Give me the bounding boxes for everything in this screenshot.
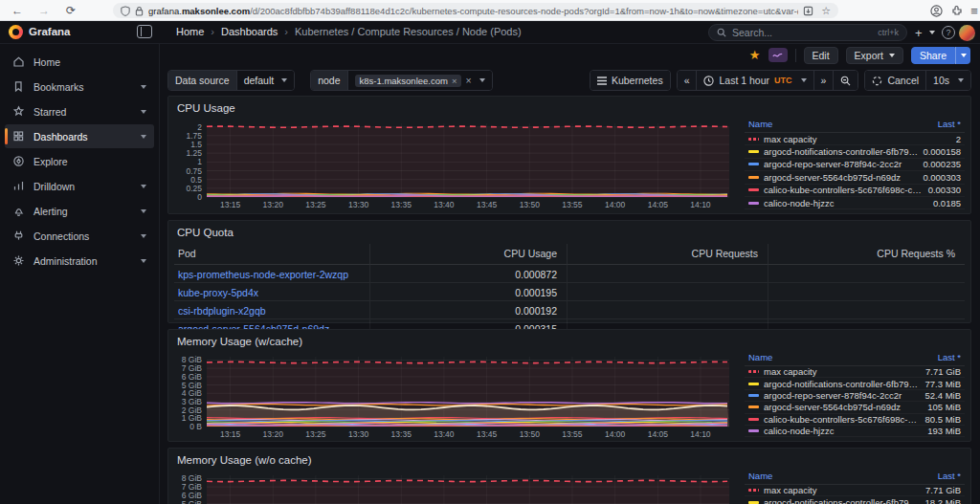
svg-text:13:35: 13:35 [391, 429, 412, 439]
series-last-value: 0.000158 [923, 146, 961, 157]
loading-spinner-icon [872, 76, 882, 86]
account-icon[interactable] [926, 0, 946, 21]
datasource-label: Data source [168, 71, 236, 90]
legend-row[interactable]: argocd-repo-server-878f94c-2cc2r52.4 MiB [745, 390, 965, 402]
pod-link[interactable]: kube-proxy-5pd4x [178, 287, 258, 298]
breadcrumb-item[interactable]: Dashboards [221, 26, 278, 37]
mega-menu-dock-icon[interactable] [137, 25, 152, 38]
panel-title: Memory Usage (w/cache) [168, 330, 970, 347]
legend-row[interactable]: calico-node-hjzzc0.0185 [745, 197, 965, 209]
legend-last-header[interactable]: Last * [938, 352, 961, 362]
node-chip[interactable]: k8s-1.maksonlee.com× [355, 75, 462, 87]
edit-button[interactable]: Edit [804, 47, 838, 64]
pod-link[interactable]: kps-prometheus-node-exporter-2wzqp [178, 269, 348, 280]
series-name: max capacity [764, 366, 921, 377]
refresh-cancel-button[interactable]: Cancel [865, 71, 925, 90]
legend-row[interactable]: argocd-server-5564cb975d-n69dz0.000303 [745, 171, 965, 184]
svg-text:14:10: 14:10 [690, 200, 711, 209]
legend-row[interactable]: calico-kube-controllers-5c676f698c-c997h… [745, 185, 965, 197]
sidebar-item-dashboards[interactable]: Dashboards [5, 124, 154, 148]
share-button[interactable]: Share [911, 47, 955, 64]
sidebar-item-drilldown[interactable]: Drilldown [5, 174, 154, 198]
datasource-select[interactable]: default [236, 71, 295, 90]
shared-dashboard-icon[interactable] [768, 48, 788, 62]
sidebar-item-alerting[interactable]: Alerting [5, 199, 154, 223]
svg-text:13:45: 13:45 [477, 200, 498, 209]
legend-row[interactable]: max capacity7.71 GiB [745, 366, 965, 378]
chevron-down-icon[interactable] [141, 259, 146, 263]
legend-row[interactable]: argocd-notifications-controller-6fb794bd… [745, 496, 965, 504]
series-last-value: 2 [956, 134, 961, 144]
chevron-down-icon[interactable] [141, 209, 146, 213]
legend-row[interactable]: argocd-notifications-controller-6fb794bd… [745, 145, 965, 158]
remove-node-icon[interactable]: × [452, 76, 457, 86]
share-menu-chevron-icon[interactable] [955, 47, 970, 64]
refresh-interval-select[interactable]: 10s [925, 71, 970, 90]
sidebar-item-starred[interactable]: Starred [5, 99, 154, 123]
node-select[interactable]: k8s-1.maksonlee.com× × [347, 71, 492, 90]
chevron-down-icon[interactable] [141, 110, 146, 114]
legend-header: NameLast * [745, 350, 965, 366]
series-last-value: 80.5 MiB [925, 414, 962, 425]
help-icon[interactable]: ? [942, 21, 955, 44]
memory-usage-nocache-chart[interactable]: 8 GiB7 GiB6 GiB5 GiB4 GiB3 GiB2 GiB1 GiB… [172, 470, 735, 504]
legend-row[interactable]: calico-node-hjzzc193 MiB [745, 426, 965, 437]
legend-name-header[interactable]: Name [748, 471, 772, 481]
time-range-picker[interactable]: Last 1 hour UTC [696, 71, 813, 90]
export-button[interactable]: Export [846, 47, 903, 64]
legend-row[interactable]: argocd-repo-server-878f94c-2cc2r0.000235 [745, 159, 965, 171]
new-button[interactable]: + [915, 21, 935, 44]
chevron-down-icon[interactable] [141, 185, 146, 188]
browser-menu-icon[interactable]: ≡ [965, 0, 980, 21]
avatar[interactable] [959, 21, 975, 44]
memory-usage-cache-chart[interactable]: 8 GiB7 GiB6 GiB5 GiB4 GiB3 GiB2 GiB1 GiB… [172, 351, 735, 439]
lock-icon[interactable] [135, 6, 144, 16]
sidebar-item-label: Connections [33, 230, 89, 242]
dashboard-controls: Data source default node k8s-1.maksonlee… [167, 69, 971, 92]
series-last-value: 7.71 GiB [925, 366, 961, 377]
sidebar-item-connections[interactable]: Connections [5, 224, 154, 248]
legend-row[interactable]: max capacity2 [745, 133, 965, 145]
sidebar-item-administration[interactable]: Administration [5, 249, 154, 273]
cpu-usage-chart[interactable]: 21.751.51.2510.750.50.25013:1513:2013:25… [172, 118, 735, 209]
breadcrumb-item[interactable]: Home [176, 26, 204, 37]
favorite-star-icon[interactable]: ★ [749, 48, 761, 62]
kubernetes-links-button[interactable]: Kubernetes [590, 71, 670, 90]
browser-back-button[interactable]: ← [8, 0, 27, 21]
sidebar-item-explore[interactable]: Explore [5, 149, 154, 173]
legend-row[interactable]: argocd-server-5564cb975d-n69dz105 MiB [745, 402, 965, 413]
svg-text:14:10: 14:10 [690, 429, 711, 439]
legend-row[interactable]: argocd-notifications-controller-6fb794bd… [745, 378, 965, 389]
sidebar-item-home[interactable]: Home [5, 50, 154, 74]
legend-last-header[interactable]: Last * [938, 119, 961, 129]
cpu-usage-legend: NameLast *max capacity2argocd-notificati… [745, 117, 965, 209]
chevron-down-icon[interactable] [141, 234, 146, 238]
pod-link[interactable]: csi-rbdplugin-x2gqb [178, 305, 266, 317]
legend-row[interactable]: calico-kube-controllers-5c676f698c-c997h… [745, 414, 965, 426]
svg-text:14:05: 14:05 [648, 200, 669, 209]
tracking-protection-shield-icon[interactable] [121, 6, 130, 16]
browser-reload-button[interactable]: ⟳ [61, 0, 80, 21]
sidebar-item-bookmarks[interactable]: Bookmarks [5, 75, 154, 99]
sidebar-item-label: Administration [33, 255, 98, 267]
legend-name-header[interactable]: Name [748, 119, 772, 129]
browser-forward-button[interactable]: → [34, 0, 54, 21]
chevron-down-icon[interactable] [141, 135, 146, 139]
save-page-icon[interactable] [803, 6, 813, 16]
chevron-down-icon[interactable] [141, 85, 146, 89]
bookmark-star-icon[interactable]: ☆ [821, 5, 831, 17]
legend-row[interactable]: max capacity7.71 GiB [745, 485, 965, 496]
extensions-icon[interactable] [947, 0, 967, 21]
series-swatch-icon [748, 383, 759, 385]
list-icon [597, 77, 607, 85]
search-input[interactable]: Search... ctrl+k [708, 24, 907, 41]
grafana-logo-icon[interactable] [9, 25, 23, 39]
legend-name-header[interactable]: Name [748, 352, 772, 362]
clear-all-icon[interactable]: × [465, 75, 471, 86]
time-shift-forward-button[interactable]: » [813, 71, 834, 90]
address-bar[interactable]: grafana.maksonlee.com/d/200ac8fdbfbb74b3… [113, 3, 838, 18]
series-name: max capacity [764, 134, 951, 144]
legend-last-header[interactable]: Last * [938, 471, 961, 481]
time-shift-back-button[interactable]: « [678, 71, 697, 90]
zoom-out-button[interactable] [833, 71, 858, 90]
